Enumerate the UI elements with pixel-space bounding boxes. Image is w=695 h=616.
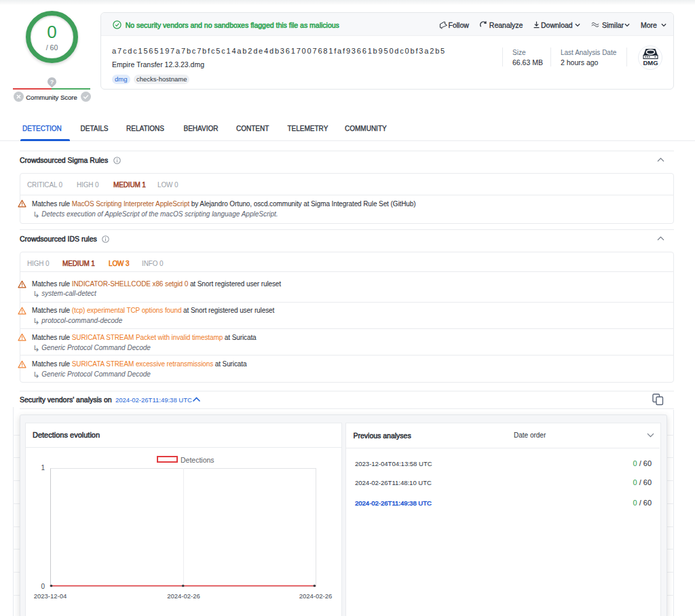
svg-text:?: ? <box>50 79 54 85</box>
svg-text:DMG: DMG <box>643 59 658 66</box>
